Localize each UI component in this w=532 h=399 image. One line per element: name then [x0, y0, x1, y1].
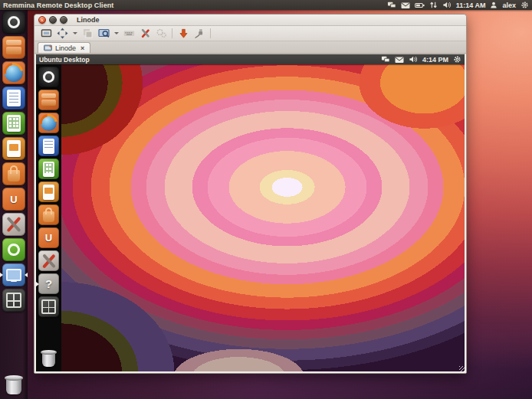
app-icon-glyph: U	[10, 195, 17, 204]
user-icon[interactable]	[490, 1, 498, 9]
app-icon	[38, 113, 59, 133]
app-icon	[38, 296, 59, 317]
launcher-item-ubuntu-one[interactable]: U	[0, 188, 28, 211]
app-icon-glyph: U	[45, 233, 52, 243]
username-label[interactable]: alex	[502, 2, 516, 9]
launcher-item-system-settings[interactable]	[0, 213, 28, 236]
running-indicator	[36, 282, 39, 286]
launcher-item-dash-home[interactable]	[0, 11, 28, 34]
fullscreen-options-dropdown[interactable]	[71, 27, 78, 40]
chevron-down-icon	[73, 32, 77, 34]
launcher-item-libreoffice-calc[interactable]	[0, 112, 28, 135]
launcher-item-libreoffice-writer[interactable]	[0, 87, 28, 110]
remote-launcher-item-trash[interactable]	[36, 348, 61, 368]
app-icon	[2, 289, 25, 312]
app-icon	[38, 182, 59, 202]
remote-indicator-area: 4:14 PM	[381, 55, 461, 64]
remote-launcher-item-workspace-switcher[interactable]	[36, 296, 61, 317]
launcher-item-libreoffice-impress[interactable]	[0, 137, 28, 160]
app-icon	[38, 159, 59, 179]
disconnect-button[interactable]	[192, 27, 206, 40]
preferences-button[interactable]	[154, 27, 168, 40]
app-icon	[2, 238, 25, 261]
remote-launcher-item-software-center[interactable]	[36, 204, 61, 225]
launcher-item-trash[interactable]	[0, 373, 28, 396]
app-icon	[38, 250, 59, 271]
volume-icon[interactable]	[409, 55, 418, 64]
remote-top-panel: Ubuntu Desktop 4:14 PM	[36, 54, 465, 64]
remote-launcher-item-unknown-window[interactable]: ?	[36, 273, 61, 294]
app-icon: ?	[38, 273, 59, 294]
app-icon: U	[38, 227, 59, 248]
grab-keyboard-button[interactable]	[122, 27, 136, 40]
duplicate-connection-button[interactable]	[80, 27, 94, 40]
app-icon	[2, 112, 25, 135]
remote-launcher-item-home-folder[interactable]	[36, 90, 61, 110]
close-button[interactable]: ×	[38, 16, 46, 24]
remote-wallpaper[interactable]	[61, 64, 465, 371]
remote-viewport[interactable]: Ubuntu Desktop 4:14 PM	[34, 54, 466, 373]
remote-launcher-item-firefox[interactable]	[36, 113, 61, 133]
toggle-fullscreen-button[interactable]	[55, 27, 69, 40]
launcher-item-workspace-switcher[interactable]	[0, 289, 28, 312]
remote-launcher-item-system-settings[interactable]	[36, 250, 61, 271]
app-icon	[38, 90, 59, 110]
launcher-item-home-folder[interactable]	[0, 36, 28, 59]
desktop-screen: Remmina Remote Desktop Client 11:14 AM a…	[0, 0, 532, 399]
network-icon[interactable]	[381, 55, 390, 64]
app-icon: U	[2, 188, 25, 211]
mail-icon[interactable]	[401, 2, 410, 9]
host-clock[interactable]: 11:14 AM	[456, 2, 486, 9]
remmina-window: × Linode	[34, 14, 467, 374]
chevron-down-icon	[114, 32, 119, 34]
maximize-button[interactable]	[60, 16, 67, 24]
mail-icon[interactable]	[395, 56, 404, 64]
window-resize-grip[interactable]	[459, 366, 465, 372]
active-app-title: Remmina Remote Desktop Client	[3, 2, 113, 9]
app-icon	[38, 204, 59, 225]
remote-clock[interactable]: 4:14 PM	[422, 56, 448, 64]
launcher-item-remmina[interactable]	[0, 263, 28, 286]
remote-launcher-item-ubuntu-one[interactable]: U	[36, 227, 61, 248]
remote-launcher: U ?	[36, 64, 61, 371]
tab-close-icon[interactable]: ×	[80, 44, 84, 52]
host-launcher: U	[0, 10, 28, 399]
app-icon	[2, 162, 25, 185]
app-icon	[2, 61, 25, 84]
tab-bar: Linode ×	[34, 41, 466, 54]
fit-window-button[interactable]	[39, 27, 53, 40]
remote-launcher-item-libreoffice-calc[interactable]	[36, 159, 61, 179]
app-icon	[2, 36, 25, 59]
window-titlebar[interactable]: × Linode	[34, 15, 466, 26]
remote-menu-title: Ubuntu Desktop	[39, 56, 90, 64]
app-icon	[38, 136, 59, 156]
app-icon	[38, 348, 59, 368]
tab-linode[interactable]: Linode ×	[38, 42, 90, 53]
app-icon	[2, 87, 25, 110]
launcher-item-firefox[interactable]	[0, 61, 28, 84]
app-icon	[2, 11, 25, 34]
remote-launcher-item-libreoffice-impress[interactable]	[36, 182, 61, 202]
bandwidth-icon[interactable]	[429, 1, 438, 9]
toolbar-separator	[172, 28, 172, 38]
focused-indicator	[25, 273, 28, 277]
remote-launcher-item-dash-home[interactable]	[36, 67, 61, 87]
app-icon	[2, 373, 25, 396]
remote-desktop[interactable]: Ubuntu Desktop 4:14 PM	[36, 54, 465, 371]
scale-options-dropdown[interactable]	[113, 27, 120, 40]
session-gear-icon[interactable]	[453, 55, 461, 64]
volume-icon[interactable]	[442, 1, 452, 9]
scaled-mode-button[interactable]	[97, 27, 110, 40]
running-indicator	[0, 273, 3, 277]
session-gear-icon[interactable]	[521, 1, 529, 9]
network-icon[interactable]	[387, 1, 396, 9]
connection-tools-button[interactable]	[138, 27, 152, 40]
app-icon	[2, 263, 25, 286]
launcher-item-software-center[interactable]	[0, 162, 28, 185]
minimize-button[interactable]	[49, 16, 57, 24]
minimize-to-tray-button[interactable]	[176, 27, 190, 40]
battery-icon[interactable]	[415, 2, 425, 9]
host-indicator-area: 11:14 AM alex	[387, 1, 529, 9]
launcher-item-software-updater[interactable]	[0, 238, 28, 261]
remote-launcher-item-libreoffice-writer[interactable]	[36, 136, 61, 156]
